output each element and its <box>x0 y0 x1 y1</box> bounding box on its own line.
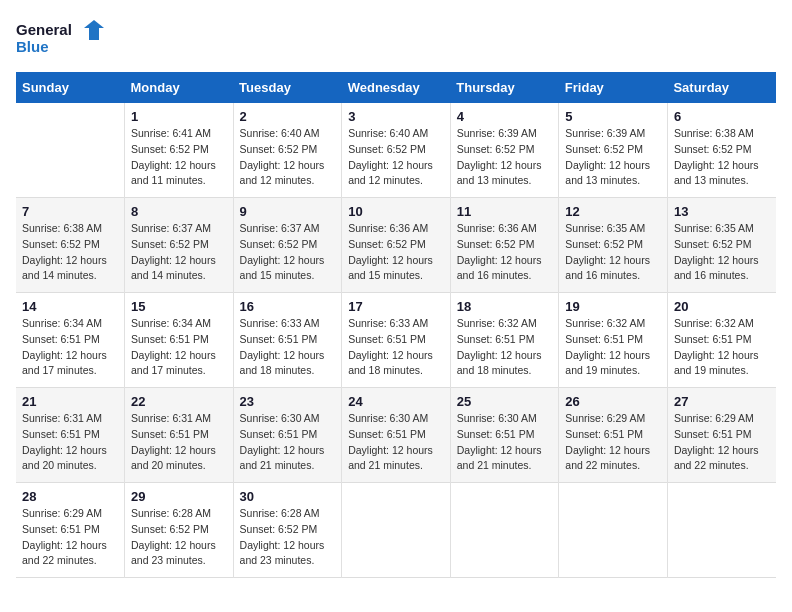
calendar-cell: 15Sunrise: 6:34 AMSunset: 6:51 PMDayligh… <box>125 293 234 388</box>
calendar-cell: 11Sunrise: 6:36 AMSunset: 6:52 PMDayligh… <box>450 198 559 293</box>
day-number: 18 <box>457 299 553 314</box>
calendar-cell: 27Sunrise: 6:29 AMSunset: 6:51 PMDayligh… <box>667 388 776 483</box>
day-detail: Sunrise: 6:32 AMSunset: 6:51 PMDaylight:… <box>457 316 553 379</box>
calendar-cell: 2Sunrise: 6:40 AMSunset: 6:52 PMDaylight… <box>233 103 342 198</box>
header-thursday: Thursday <box>450 72 559 103</box>
svg-marker-2 <box>84 20 104 40</box>
day-number: 29 <box>131 489 227 504</box>
day-number: 2 <box>240 109 336 124</box>
calendar-cell: 18Sunrise: 6:32 AMSunset: 6:51 PMDayligh… <box>450 293 559 388</box>
calendar-cell: 21Sunrise: 6:31 AMSunset: 6:51 PMDayligh… <box>16 388 125 483</box>
day-detail: Sunrise: 6:36 AMSunset: 6:52 PMDaylight:… <box>348 221 444 284</box>
svg-text:General: General <box>16 21 72 38</box>
day-detail: Sunrise: 6:33 AMSunset: 6:51 PMDaylight:… <box>240 316 336 379</box>
day-detail: Sunrise: 6:31 AMSunset: 6:51 PMDaylight:… <box>131 411 227 474</box>
day-detail: Sunrise: 6:33 AMSunset: 6:51 PMDaylight:… <box>348 316 444 379</box>
day-number: 26 <box>565 394 661 409</box>
calendar-cell: 3Sunrise: 6:40 AMSunset: 6:52 PMDaylight… <box>342 103 451 198</box>
day-number: 4 <box>457 109 553 124</box>
day-detail: Sunrise: 6:38 AMSunset: 6:52 PMDaylight:… <box>674 126 770 189</box>
calendar-cell: 28Sunrise: 6:29 AMSunset: 6:51 PMDayligh… <box>16 483 125 578</box>
day-number: 17 <box>348 299 444 314</box>
day-number: 19 <box>565 299 661 314</box>
calendar-cell: 4Sunrise: 6:39 AMSunset: 6:52 PMDaylight… <box>450 103 559 198</box>
calendar-cell <box>16 103 125 198</box>
day-detail: Sunrise: 6:35 AMSunset: 6:52 PMDaylight:… <box>674 221 770 284</box>
calendar-cell: 29Sunrise: 6:28 AMSunset: 6:52 PMDayligh… <box>125 483 234 578</box>
calendar-cell: 14Sunrise: 6:34 AMSunset: 6:51 PMDayligh… <box>16 293 125 388</box>
calendar-cell: 20Sunrise: 6:32 AMSunset: 6:51 PMDayligh… <box>667 293 776 388</box>
day-detail: Sunrise: 6:34 AMSunset: 6:51 PMDaylight:… <box>131 316 227 379</box>
calendar-cell <box>342 483 451 578</box>
day-number: 15 <box>131 299 227 314</box>
day-detail: Sunrise: 6:37 AMSunset: 6:52 PMDaylight:… <box>131 221 227 284</box>
day-number: 6 <box>674 109 770 124</box>
day-detail: Sunrise: 6:36 AMSunset: 6:52 PMDaylight:… <box>457 221 553 284</box>
day-detail: Sunrise: 6:29 AMSunset: 6:51 PMDaylight:… <box>565 411 661 474</box>
day-number: 13 <box>674 204 770 219</box>
day-detail: Sunrise: 6:32 AMSunset: 6:51 PMDaylight:… <box>565 316 661 379</box>
calendar-cell: 26Sunrise: 6:29 AMSunset: 6:51 PMDayligh… <box>559 388 668 483</box>
calendar-cell: 12Sunrise: 6:35 AMSunset: 6:52 PMDayligh… <box>559 198 668 293</box>
day-detail: Sunrise: 6:32 AMSunset: 6:51 PMDaylight:… <box>674 316 770 379</box>
day-number: 27 <box>674 394 770 409</box>
calendar-cell: 7Sunrise: 6:38 AMSunset: 6:52 PMDaylight… <box>16 198 125 293</box>
week-row-3: 14Sunrise: 6:34 AMSunset: 6:51 PMDayligh… <box>16 293 776 388</box>
day-number: 7 <box>22 204 118 219</box>
calendar-cell <box>450 483 559 578</box>
calendar-cell: 30Sunrise: 6:28 AMSunset: 6:52 PMDayligh… <box>233 483 342 578</box>
day-detail: Sunrise: 6:39 AMSunset: 6:52 PMDaylight:… <box>457 126 553 189</box>
day-detail: Sunrise: 6:40 AMSunset: 6:52 PMDaylight:… <box>240 126 336 189</box>
day-number: 23 <box>240 394 336 409</box>
day-number: 16 <box>240 299 336 314</box>
calendar-cell: 13Sunrise: 6:35 AMSunset: 6:52 PMDayligh… <box>667 198 776 293</box>
day-number: 5 <box>565 109 661 124</box>
day-number: 30 <box>240 489 336 504</box>
week-row-1: 1Sunrise: 6:41 AMSunset: 6:52 PMDaylight… <box>16 103 776 198</box>
calendar-cell: 22Sunrise: 6:31 AMSunset: 6:51 PMDayligh… <box>125 388 234 483</box>
calendar-cell: 5Sunrise: 6:39 AMSunset: 6:52 PMDaylight… <box>559 103 668 198</box>
calendar-table: SundayMondayTuesdayWednesdayThursdayFrid… <box>16 72 776 578</box>
calendar-cell: 17Sunrise: 6:33 AMSunset: 6:51 PMDayligh… <box>342 293 451 388</box>
day-number: 28 <box>22 489 118 504</box>
calendar-cell: 24Sunrise: 6:30 AMSunset: 6:51 PMDayligh… <box>342 388 451 483</box>
day-detail: Sunrise: 6:31 AMSunset: 6:51 PMDaylight:… <box>22 411 118 474</box>
page-header: General Blue <box>16 16 776 60</box>
day-detail: Sunrise: 6:30 AMSunset: 6:51 PMDaylight:… <box>240 411 336 474</box>
header-tuesday: Tuesday <box>233 72 342 103</box>
day-detail: Sunrise: 6:37 AMSunset: 6:52 PMDaylight:… <box>240 221 336 284</box>
day-number: 9 <box>240 204 336 219</box>
header-monday: Monday <box>125 72 234 103</box>
calendar-cell: 9Sunrise: 6:37 AMSunset: 6:52 PMDaylight… <box>233 198 342 293</box>
day-detail: Sunrise: 6:38 AMSunset: 6:52 PMDaylight:… <box>22 221 118 284</box>
calendar-cell: 16Sunrise: 6:33 AMSunset: 6:51 PMDayligh… <box>233 293 342 388</box>
calendar-cell: 25Sunrise: 6:30 AMSunset: 6:51 PMDayligh… <box>450 388 559 483</box>
day-detail: Sunrise: 6:34 AMSunset: 6:51 PMDaylight:… <box>22 316 118 379</box>
day-detail: Sunrise: 6:28 AMSunset: 6:52 PMDaylight:… <box>240 506 336 569</box>
logo: General Blue <box>16 16 106 60</box>
day-detail: Sunrise: 6:28 AMSunset: 6:52 PMDaylight:… <box>131 506 227 569</box>
header-saturday: Saturday <box>667 72 776 103</box>
day-number: 11 <box>457 204 553 219</box>
week-row-2: 7Sunrise: 6:38 AMSunset: 6:52 PMDaylight… <box>16 198 776 293</box>
day-number: 12 <box>565 204 661 219</box>
day-detail: Sunrise: 6:35 AMSunset: 6:52 PMDaylight:… <box>565 221 661 284</box>
svg-text:Blue: Blue <box>16 38 49 55</box>
day-detail: Sunrise: 6:29 AMSunset: 6:51 PMDaylight:… <box>22 506 118 569</box>
calendar-cell: 10Sunrise: 6:36 AMSunset: 6:52 PMDayligh… <box>342 198 451 293</box>
day-detail: Sunrise: 6:29 AMSunset: 6:51 PMDaylight:… <box>674 411 770 474</box>
header-sunday: Sunday <box>16 72 125 103</box>
day-number: 21 <box>22 394 118 409</box>
week-row-5: 28Sunrise: 6:29 AMSunset: 6:51 PMDayligh… <box>16 483 776 578</box>
week-row-4: 21Sunrise: 6:31 AMSunset: 6:51 PMDayligh… <box>16 388 776 483</box>
calendar-cell: 1Sunrise: 6:41 AMSunset: 6:52 PMDaylight… <box>125 103 234 198</box>
day-number: 14 <box>22 299 118 314</box>
logo-svg: General Blue <box>16 16 106 60</box>
day-number: 10 <box>348 204 444 219</box>
calendar-cell <box>667 483 776 578</box>
calendar-cell: 19Sunrise: 6:32 AMSunset: 6:51 PMDayligh… <box>559 293 668 388</box>
day-number: 3 <box>348 109 444 124</box>
header-wednesday: Wednesday <box>342 72 451 103</box>
day-detail: Sunrise: 6:30 AMSunset: 6:51 PMDaylight:… <box>348 411 444 474</box>
calendar-cell <box>559 483 668 578</box>
